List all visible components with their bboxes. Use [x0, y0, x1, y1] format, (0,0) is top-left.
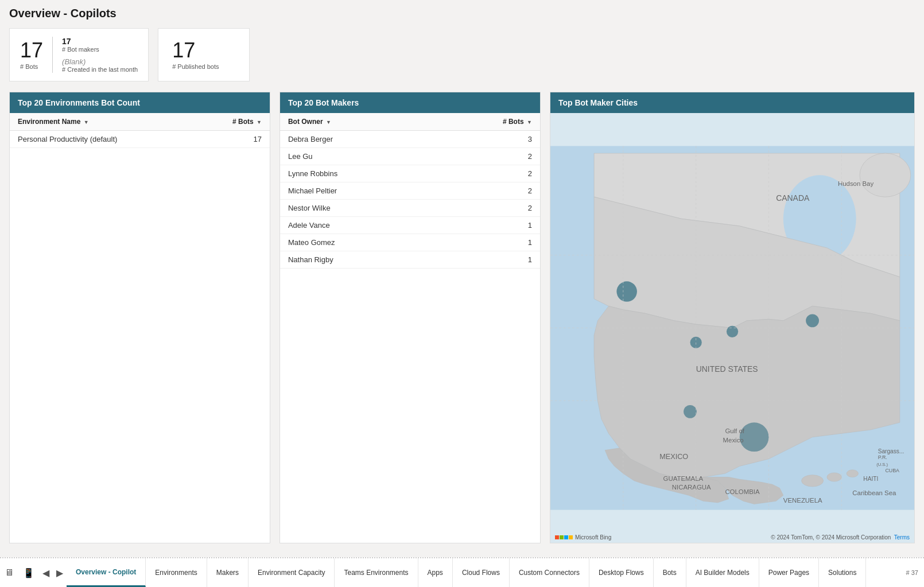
monitor-icon[interactable]: 🖥 [0, 558, 18, 587]
svg-point-8 [727, 326, 738, 337]
table-row: Personal Productivity (default)17 [10, 131, 270, 148]
bot-owner-header[interactable]: Bot Owner ▼ [280, 113, 434, 131]
bot-makers-label: # Bot makers [62, 46, 138, 53]
env-bots-header[interactable]: # Bots ▼ [196, 113, 270, 131]
svg-text:NICARAGUA: NICARAGUA [672, 484, 711, 491]
svg-text:Gulf of: Gulf of [725, 427, 744, 434]
metric-cards: 17 # Bots 17 # Bot makers (Blank) # Crea… [9, 28, 915, 81]
makers-table: Bot Owner ▼ # Bots ▼ Debra Berger3Lee Gu… [280, 113, 540, 269]
map-panel: Top Bot Maker Cities [550, 92, 915, 543]
map-panel-header: Top Bot Maker Cities [550, 92, 914, 113]
maker-bots-cell: 2 [434, 148, 540, 165]
svg-text:UNITED STATES: UNITED STATES [696, 364, 758, 374]
maker-name-cell: Adele Vance [280, 217, 434, 234]
tab-environment-capacity[interactable]: Environment Capacity [249, 558, 335, 587]
tab-custom-connectors[interactable]: Custom Connectors [510, 558, 589, 587]
tab-power-pages[interactable]: Power Pages [759, 558, 819, 587]
makers-bots-header[interactable]: # Bots ▼ [434, 113, 540, 131]
maker-name-cell: Nathan Rigby [280, 251, 434, 269]
table-row: Michael Peltier2 [280, 182, 540, 200]
map-copyright: © 2024 TomTom, © 2024 Microsoft Corporat… [771, 534, 910, 541]
svg-text:CUBA: CUBA [885, 468, 899, 473]
tab-overview-copilot[interactable]: Overview - Copilot [67, 558, 146, 587]
svg-text:Hudson Bay: Hudson Bay [838, 180, 873, 187]
bot-owner-sort-icon: ▼ [326, 119, 331, 125]
svg-text:Caribbean Sea: Caribbean Sea [852, 489, 896, 496]
table-row: Nestor Wilke2 [280, 200, 540, 217]
maker-bots-cell: 1 [434, 217, 540, 234]
maker-bots-cell: 1 [434, 234, 540, 251]
makers-panel-header: Top 20 Bot Makers [280, 92, 540, 113]
bots-metric-card: 17 # Bots 17 # Bot makers (Blank) # Crea… [9, 28, 149, 81]
bot-makers-count: 17 [62, 37, 138, 46]
svg-text:Mexico: Mexico [723, 437, 743, 444]
published-bots-count: 17 [172, 40, 235, 61]
bots-count-left: 17 # Bots [20, 37, 53, 73]
page-title: Overview - Copilots [9, 7, 915, 20]
env-bots-sort-icon: ▼ [257, 119, 262, 125]
svg-point-6 [616, 281, 637, 302]
bots-card-right: 17 # Bot makers (Blank) # Created in the… [62, 37, 138, 73]
svg-point-11 [740, 422, 769, 452]
maker-name-cell: Mateo Gomez [280, 234, 434, 251]
tab-next-btn[interactable]: ▶ [53, 558, 67, 587]
environments-table: Environment Name ▼ # Bots ▼ Personal Pro… [10, 113, 270, 148]
tab-cloud-flows[interactable]: Cloud Flows [453, 558, 510, 587]
table-row: Nathan Rigby1 [280, 251, 540, 269]
env-name-cell: Personal Productivity (default) [10, 131, 196, 148]
maker-name-cell: Lee Gu [280, 148, 434, 165]
map-container: CANADA UNITED STATES MEXICO Gulf of Mexi… [550, 113, 914, 543]
tabs-list: Overview - CopilotEnvironmentsMakersEnvi… [67, 558, 900, 587]
environments-panel: Top 20 Environments Bot Count Environmen… [9, 92, 270, 543]
svg-text:CANADA: CANADA [776, 193, 810, 203]
tablet-icon[interactable]: 📱 [18, 558, 39, 587]
tab-solutions[interactable]: Solutions [819, 558, 866, 587]
environments-panel-header: Top 20 Environments Bot Count [10, 92, 270, 113]
tab-desktop-flows[interactable]: Desktop Flows [589, 558, 654, 587]
maker-bots-cell: 2 [434, 165, 540, 182]
svg-point-2 [801, 475, 823, 487]
map-svg: CANADA UNITED STATES MEXICO Gulf of Mexi… [550, 113, 914, 543]
table-row: Debra Berger3 [280, 131, 540, 148]
map-credit: Microsoft Bing [555, 534, 611, 541]
svg-point-3 [827, 473, 841, 481]
table-row: Lee Gu2 [280, 148, 540, 165]
tab-prev-btn[interactable]: ◀ [39, 558, 53, 587]
tab-ai-builder-models[interactable]: AI Builder Models [686, 558, 759, 587]
bing-credit-text: Microsoft Bing [575, 534, 611, 541]
makers-panel: Top 20 Bot Makers Bot Owner ▼ # Bots ▼ [279, 92, 541, 543]
bots-label: # Bots [20, 63, 43, 70]
published-bots-card: 17 # Published bots [158, 28, 250, 81]
maker-name-cell: Debra Berger [280, 131, 434, 148]
tab-teams-environments[interactable]: Teams Environments [335, 558, 418, 587]
maker-name-cell: Nestor Wilke [280, 200, 434, 217]
tab-apps[interactable]: Apps [418, 558, 453, 587]
table-row: Mateo Gomez1 [280, 234, 540, 251]
tab-bar: 🖥 📱 ◀ ▶ Overview - CopilotEnvironmentsMa… [0, 557, 924, 587]
maker-name-cell: Lynne Robbins [280, 165, 434, 182]
table-row: Adele Vance1 [280, 217, 540, 234]
maker-name-cell: Michael Peltier [280, 182, 434, 200]
table-row: Lynne Robbins2 [280, 165, 540, 182]
svg-text:P.R.: P.R. [878, 454, 887, 460]
svg-text:MEXICO: MEXICO [659, 453, 688, 461]
tab-bots[interactable]: Bots [654, 558, 686, 587]
created-last-month-item: (Blank) # Created in the last month [62, 57, 138, 73]
maker-bots-cell: 1 [434, 251, 540, 269]
svg-text:(U.S.): (U.S.) [876, 462, 888, 467]
makers-bots-sort-icon: ▼ [527, 119, 532, 125]
svg-point-4 [847, 470, 858, 477]
bots-count: 17 [20, 40, 43, 61]
data-section: Top 20 Environments Bot Count Environmen… [9, 92, 915, 543]
page-number: # 37 [900, 558, 924, 587]
map-terms-link[interactable]: Terms [894, 534, 910, 541]
maker-bots-cell: 2 [434, 200, 540, 217]
tab-environments[interactable]: Environments [146, 558, 207, 587]
svg-point-9 [806, 314, 819, 327]
created-last-month-label: # Created in the last month [62, 66, 138, 73]
svg-point-5 [860, 153, 911, 197]
svg-point-10 [684, 405, 697, 418]
svg-text:VENEZUELA: VENEZUELA [783, 497, 822, 504]
tab-makers[interactable]: Makers [207, 558, 249, 587]
env-name-header[interactable]: Environment Name ▼ [10, 113, 196, 131]
